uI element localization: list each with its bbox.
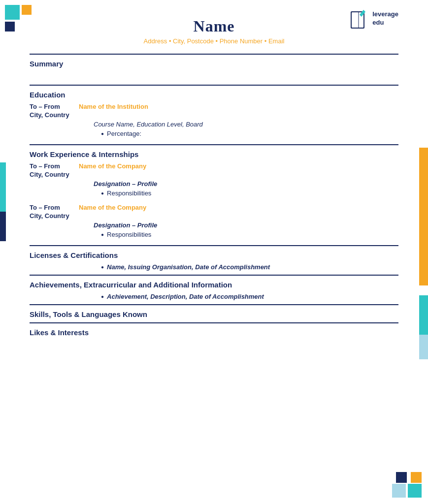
candidate-name: Name — [30, 17, 398, 35]
licenses-divider — [30, 275, 398, 276]
work-date-row-1: To – From Name of the Company — [30, 162, 398, 170]
skills-divider — [30, 322, 398, 323]
lightblue-block-br — [392, 484, 406, 498]
skills-section: Skills, Tools & Languages Known — [30, 310, 398, 318]
education-section: Education To – From Name of the Institut… — [30, 91, 398, 137]
teal-bar — [419, 295, 428, 335]
achievements-section: Achievements, Extracurricular and Additi… — [30, 281, 398, 300]
left-bar-navy — [0, 212, 6, 241]
work-bullet-2-1: Responsibilities — [101, 231, 398, 238]
institution-name: Name of the Institution — [79, 103, 148, 110]
logo-text: leverage edu — [372, 10, 398, 27]
work-date-1: To – From — [30, 162, 79, 170]
summary-title: Summary — [30, 60, 398, 68]
teal-block-br — [408, 484, 422, 498]
skills-title: Skills, Tools & Languages Known — [30, 310, 398, 318]
achievement-item-1: Achievement, Description, Date of Accomp… — [101, 293, 398, 300]
summary-section: Summary — [30, 60, 398, 81]
licenses-section: Licenses & Certifications Name, Issuing … — [30, 251, 398, 271]
work-bullet-1-1: Responsibilities — [101, 189, 398, 197]
navy-block-br — [396, 472, 407, 483]
achievements-title: Achievements, Extracurricular and Additi… — [30, 281, 398, 289]
left-bar-teal — [0, 162, 6, 212]
work-divider — [30, 245, 398, 246]
education-date-row: To – From Name of the Institution — [30, 103, 398, 110]
navy-block-tl — [5, 22, 15, 32]
company-name-2: Name of the Company — [79, 204, 146, 211]
resume-page: leverage edu Name Address • City, Postco… — [0, 0, 428, 504]
work-entry-2-header: To – From Name of the Company City, Coun… — [30, 204, 398, 220]
designation-2: Designation – Profile — [94, 221, 398, 229]
education-title: Education — [30, 91, 398, 99]
work-location-2: City, Country — [30, 212, 398, 220]
achievements-divider — [30, 304, 398, 305]
education-entry-1: To – From Name of the Institution City, … — [30, 103, 398, 137]
work-section: Work Experience & Internships To – From … — [30, 150, 398, 238]
work-title: Work Experience & Internships — [30, 150, 398, 158]
work-date-2: To – From — [30, 204, 79, 211]
education-date: To – From — [30, 103, 79, 110]
education-location: City, Country — [30, 111, 398, 119]
company-name-1: Name of the Company — [79, 162, 146, 170]
summary-divider — [30, 85, 398, 86]
licenses-title: Licenses & Certifications — [30, 251, 398, 259]
summary-content — [30, 72, 398, 81]
lightblue-bar — [419, 335, 428, 359]
designation-1: Designation – Profile — [94, 180, 398, 188]
cert-item-1: Name, Issuing Organisation, Date of Acco… — [101, 263, 398, 271]
orange-block-tl — [22, 5, 32, 15]
logo: leverage edu — [349, 7, 398, 30]
corner-decoration-br — [386, 462, 426, 502]
corner-decoration-tl — [0, 0, 34, 44]
teal-block-tl — [5, 5, 20, 20]
logo-icon — [349, 7, 368, 30]
work-date-row-2: To – From Name of the Company — [30, 204, 398, 211]
contact-info: Address • City, Postcode • Phone Number … — [30, 37, 398, 45]
work-entry-1-header: To – From Name of the Company City, Coun… — [30, 162, 398, 178]
work-entry-1: To – From Name of the Company City, Coun… — [30, 162, 398, 197]
education-bullet-1: Percentage: — [101, 130, 398, 137]
orange-bar — [419, 148, 428, 285]
orange-block-br — [411, 472, 422, 483]
education-entry-header: To – From Name of the Institution City, … — [30, 103, 398, 119]
course-name: Course Name, Education Level, Board — [94, 121, 398, 128]
work-entry-2: To – From Name of the Company City, Coun… — [30, 204, 398, 238]
interests-section: Likes & Interests — [30, 328, 398, 337]
right-decoration-bars — [419, 148, 428, 359]
interests-title: Likes & Interests — [30, 328, 398, 337]
header-divider — [30, 54, 398, 55]
header: Name Address • City, Postcode • Phone Nu… — [30, 10, 398, 50]
work-location-1: City, Country — [30, 171, 398, 178]
education-divider — [30, 144, 398, 145]
